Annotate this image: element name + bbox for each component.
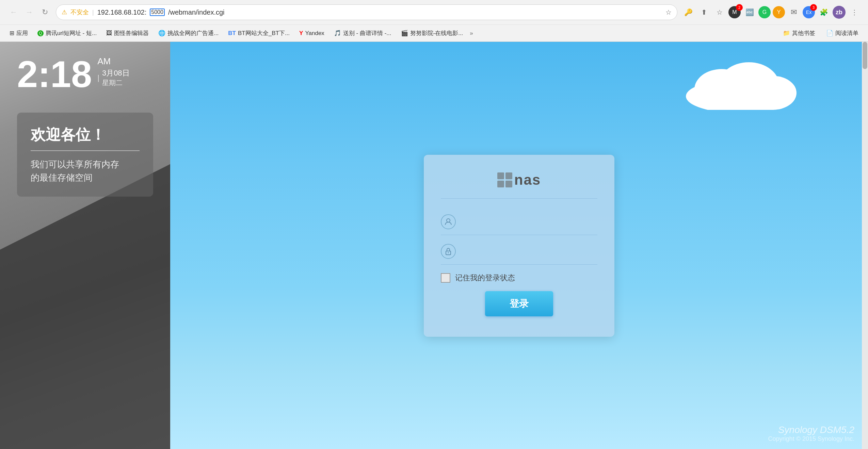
- tgshow-icon: 🖼: [106, 30, 112, 37]
- left-panel: 2:18 AM | 3月08日 星期二 欢迎各位！: [0, 42, 170, 449]
- time-weekday: 星期二: [102, 78, 130, 87]
- bt-icon: BT: [228, 30, 236, 37]
- remember-row: 记住我的登录状态: [441, 273, 597, 283]
- time-value: 2:18: [17, 55, 92, 93]
- bookmark-music[interactable]: 🎵 送别 - 曲谱详情 -...: [330, 27, 396, 39]
- page-footer: Synology DSM5.2 Copyright © 2015 Synolog…: [768, 425, 854, 443]
- address-separator: |: [92, 9, 94, 16]
- lock-icon: [441, 244, 456, 259]
- left-panel-content: 2:18 AM | 3月08日 星期二 欢迎各位！: [0, 42, 170, 449]
- remember-label: 记住我的登录状态: [455, 273, 515, 283]
- bookmark-bt[interactable]: BT BT网站大全_BT下...: [224, 27, 294, 39]
- nav-buttons: ← → ↻: [7, 5, 52, 19]
- profile-avatar[interactable]: zb: [833, 6, 846, 19]
- forward-button[interactable]: →: [22, 5, 36, 19]
- login-button[interactable]: 登录: [485, 291, 553, 316]
- footer-copyright: Copyright © 2015 Synology Inc.: [768, 435, 854, 443]
- page-area: 2:18 AM | 3月08日 星期二 欢迎各位！: [0, 42, 868, 449]
- login-divider: [441, 198, 597, 199]
- logo-grid-cell-4: [505, 181, 512, 187]
- cloud-svg: [681, 62, 800, 110]
- footer-brand: Synology DSM5.2: [768, 425, 854, 435]
- password-input[interactable]: [461, 247, 597, 256]
- bookmarks-bar: ⊞ 应用 Q 腾讯url短网址 - 短... 🖼 图怪兽编辑器 🌐 挑战全网的广…: [0, 24, 868, 41]
- ext-badge-3: 3: [810, 4, 817, 11]
- login-logo: nas: [441, 172, 597, 188]
- logo-icon-grid: [497, 172, 512, 187]
- address-port: 5000: [150, 9, 165, 16]
- back-button[interactable]: ←: [7, 5, 20, 19]
- ext-icon-2-wrapper: Ex 3: [803, 6, 815, 18]
- browser-chrome: ← → ↻ ⚠ 不安全 | 192.168.68.102:5000/webman…: [0, 0, 868, 42]
- refresh-button[interactable]: ↻: [38, 5, 52, 19]
- password-field: [441, 238, 597, 265]
- username-field: [441, 209, 597, 235]
- svg-point-4: [447, 219, 450, 222]
- cloud-decoration: [681, 62, 800, 111]
- toolbar-icons: 🔑 ⬆ ☆ M 2 🔤 G Y ✉ Ex 3 🧩 zb ⋮: [681, 5, 861, 19]
- time-ampm: AM: [97, 56, 129, 67]
- scrollbar-thumb: [863, 42, 867, 69]
- bookmark-apps[interactable]: ⊞ 应用: [5, 27, 32, 39]
- username-input[interactable]: [461, 217, 597, 226]
- ext-icon-1-wrapper: M 2: [728, 6, 741, 18]
- security-icon: ⚠: [62, 9, 67, 16]
- address-prefix: 192.168.68.102:: [97, 9, 147, 16]
- welcome-title: 欢迎各位！: [31, 125, 140, 145]
- bookmarks-right: 📁 其他书签 📄 阅读清单: [779, 27, 863, 39]
- tencent-icon: Q: [37, 30, 44, 36]
- translate-icon[interactable]: 🔤: [743, 5, 756, 19]
- bookmark-star-icon[interactable]: ☆: [665, 8, 672, 16]
- bookmark-tgshow[interactable]: 🖼 图怪兽编辑器: [102, 27, 153, 39]
- address-suffix: /webman/index.cgi: [168, 9, 225, 16]
- star-icon[interactable]: ☆: [713, 5, 726, 19]
- welcome-card: 欢迎各位！ 我们可以共享所有内存的最佳存储空间: [17, 113, 153, 197]
- bookmark-tgshow-label: 图怪兽编辑器: [114, 29, 149, 37]
- bookmark-reading-list[interactable]: 📄 阅读清单: [822, 27, 863, 39]
- ext-badge-2: 2: [736, 4, 743, 11]
- bookmark-yandex-label: Yandex: [305, 30, 324, 37]
- logo-grid-cell-3: [497, 181, 504, 187]
- logo-grid-cell-2: [505, 172, 512, 179]
- key-icon[interactable]: 🔑: [681, 5, 695, 19]
- bookmark-bt-label: BT网站大全_BT下...: [238, 29, 290, 37]
- svg-point-6: [448, 252, 449, 253]
- ads-icon: 🌐: [158, 30, 165, 37]
- ext-yellow-icon[interactable]: Y: [773, 6, 785, 18]
- ext-gmail-icon[interactable]: ✉: [787, 5, 801, 19]
- reading-list-label: 阅读清单: [835, 29, 858, 37]
- time-date: 3月08日: [102, 68, 130, 78]
- welcome-divider: [31, 150, 140, 151]
- address-bar-container[interactable]: ⚠ 不安全 | 192.168.68.102:5000/webman/index…: [56, 4, 677, 20]
- puzzle-icon[interactable]: 🧩: [817, 5, 831, 19]
- bookmark-ads[interactable]: 🌐 挑战全网的广告通...: [154, 27, 223, 39]
- yandex-icon: Y: [299, 30, 303, 37]
- time-separator: |: [97, 73, 99, 82]
- bookmark-yandex[interactable]: Y Yandex: [295, 28, 328, 39]
- music-icon: 🎵: [334, 30, 341, 37]
- svg-point-3: [749, 76, 797, 110]
- time-display: 2:18 AM | 3月08日 星期二: [17, 55, 153, 93]
- apps-icon: ⊞: [10, 30, 14, 37]
- user-icon: [441, 214, 456, 229]
- bookmark-movie[interactable]: 🎬 努努影院-在线电影...: [397, 27, 467, 39]
- folder-icon: 📁: [783, 30, 790, 37]
- bookmarks-more[interactable]: »: [470, 30, 473, 37]
- bookmark-apps-label: 应用: [16, 29, 28, 37]
- logo-text: nas: [514, 172, 541, 188]
- other-bookmarks-label: 其他书签: [792, 29, 815, 37]
- right-scrollbar[interactable]: [862, 42, 868, 449]
- bookmark-music-label: 送别 - 曲谱详情 -...: [343, 29, 391, 37]
- ext-green-icon[interactable]: G: [758, 6, 771, 18]
- bookmark-folder-icon[interactable]: 📁 其他书签: [779, 27, 819, 39]
- welcome-text: 我们可以共享所有内存的最佳存储空间: [31, 158, 140, 184]
- logo-grid-cell-1: [497, 172, 504, 179]
- time-meta: AM | 3月08日 星期二: [97, 56, 129, 93]
- bookmark-tencent[interactable]: Q 腾讯url短网址 - 短...: [33, 27, 101, 39]
- bookmark-tencent-label: 腾讯url短网址 - 短...: [46, 29, 97, 37]
- share-icon[interactable]: ⬆: [697, 5, 711, 19]
- browser-toolbar: ← → ↻ ⚠ 不安全 | 192.168.68.102:5000/webman…: [0, 0, 868, 24]
- login-box: nas: [424, 155, 614, 337]
- menu-icon[interactable]: ⋮: [848, 5, 861, 19]
- remember-checkbox[interactable]: [441, 273, 450, 283]
